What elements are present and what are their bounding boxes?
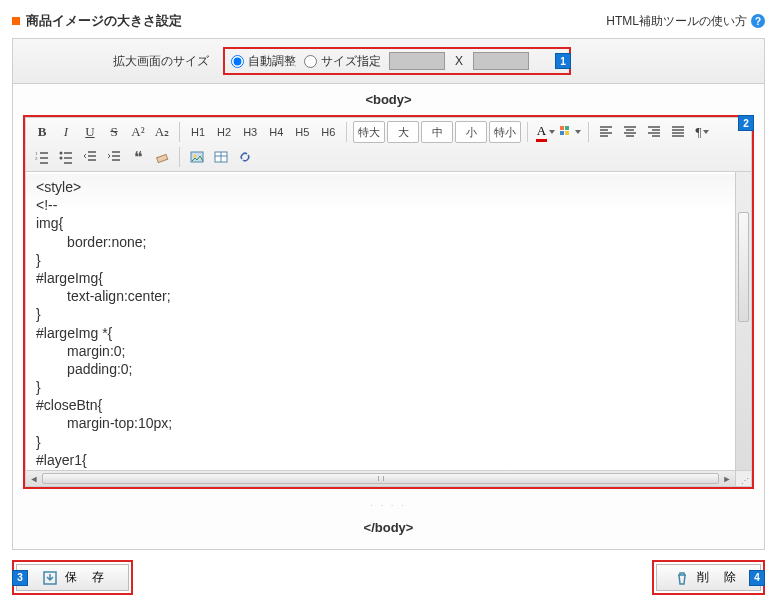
size-xl-button[interactable]: 特大 [353, 121, 385, 143]
toolbar-separator [179, 147, 180, 167]
enlarge-size-controls: 自動調整 サイズ指定 X 1 [223, 47, 571, 75]
toolbar-separator [527, 122, 528, 142]
size-s-button[interactable]: 小 [455, 121, 487, 143]
outdent-button[interactable] [79, 146, 101, 168]
footer: 3 保 存 削 除 4 [12, 550, 765, 599]
callout-3: 3 [12, 570, 28, 586]
svg-rect-0 [560, 126, 564, 130]
enlarge-size-label: 拡大画面のサイズ [23, 53, 223, 70]
editor-toolbar: B I U S A² A₂ H1 H2 H3 H4 H5 H6 特大 大 中 [25, 117, 752, 171]
delete-button-region: 削 除 4 [652, 560, 765, 595]
svg-rect-2 [560, 131, 564, 135]
delete-button-label: 削 除 [697, 569, 742, 586]
svg-rect-3 [565, 131, 569, 135]
h4-button[interactable]: H4 [264, 121, 288, 143]
help-link-label: HTML補助ツールの使い方 [606, 13, 747, 30]
callout-1: 1 [555, 53, 571, 69]
quote-button[interactable]: ❝ [127, 146, 149, 168]
ol-icon: 12 [35, 150, 49, 164]
align-left-button[interactable] [595, 121, 617, 143]
radio-fixed-input[interactable] [304, 55, 317, 68]
h6-button[interactable]: H6 [316, 121, 340, 143]
page-title: 商品イメージの大きさ設定 [26, 12, 182, 30]
resize-grip[interactable]: ⋰ [735, 471, 751, 486]
save-button-label: 保 存 [65, 569, 110, 586]
h5-button[interactable]: H5 [290, 121, 314, 143]
main-panel: 拡大画面のサイズ 自動調整 サイズ指定 X 1 <body> 2 [12, 38, 765, 550]
ul-icon [59, 150, 73, 164]
hscroll-track[interactable] [42, 473, 719, 484]
align-justify-icon [671, 125, 685, 139]
h3-button[interactable]: H3 [238, 121, 262, 143]
save-button-region: 3 保 存 [12, 560, 133, 595]
unordered-list-button[interactable] [55, 146, 77, 168]
h2-button[interactable]: H2 [212, 121, 236, 143]
size-m-button[interactable]: 中 [421, 121, 453, 143]
callout-4: 4 [749, 570, 765, 586]
underline-button[interactable]: U [79, 121, 101, 143]
page-header: 商品イメージの大きさ設定 HTML補助ツールの使い方 ? [12, 8, 765, 38]
scroll-right-arrow[interactable]: ► [719, 471, 735, 486]
save-button[interactable]: 保 存 [16, 564, 129, 591]
align-justify-button[interactable] [667, 121, 689, 143]
x-separator: X [453, 54, 465, 68]
trash-icon [675, 571, 689, 585]
vertical-scrollbar[interactable] [735, 172, 751, 470]
svg-rect-8 [157, 154, 168, 162]
h1-button[interactable]: H1 [186, 121, 210, 143]
width-input[interactable] [389, 52, 445, 70]
indent-icon [107, 150, 121, 164]
radio-fixed[interactable]: サイズ指定 [304, 53, 381, 70]
height-input[interactable] [473, 52, 529, 70]
align-left-icon [599, 125, 613, 139]
svg-point-7 [60, 157, 63, 160]
svg-text:2: 2 [35, 156, 38, 161]
indent-button[interactable] [103, 146, 125, 168]
radio-auto[interactable]: 自動調整 [231, 53, 296, 70]
subscript-button[interactable]: A₂ [151, 121, 173, 143]
bgcolor-icon [559, 125, 573, 139]
link-button[interactable] [234, 146, 256, 168]
clear-format-button[interactable] [151, 146, 173, 168]
font-color-button[interactable]: A [534, 121, 556, 143]
section-marker-icon [12, 17, 20, 25]
strike-button[interactable]: S [103, 121, 125, 143]
outdent-icon [83, 150, 97, 164]
drag-dots: · · · · [13, 499, 764, 512]
paragraph-button[interactable]: ¶ [691, 121, 713, 143]
toolbar-separator [588, 122, 589, 142]
align-center-icon [623, 125, 637, 139]
editor-region: 2 B I U S A² A₂ H1 H2 H3 H4 H5 H6 [23, 115, 754, 489]
body-close-tag: </body> [13, 512, 764, 549]
editor-textarea[interactable]: <style> <!-- img{ border:none; } #largeI… [26, 172, 735, 470]
align-right-button[interactable] [643, 121, 665, 143]
image-button[interactable] [186, 146, 208, 168]
callout-2: 2 [738, 115, 754, 131]
table-icon [214, 150, 228, 164]
save-icon [43, 571, 57, 585]
scroll-left-arrow[interactable]: ◄ [26, 471, 42, 486]
ordered-list-button[interactable]: 12 [31, 146, 53, 168]
horizontal-scrollbar[interactable]: ◄ ► [26, 471, 735, 486]
size-l-button[interactable]: 大 [387, 121, 419, 143]
eraser-icon [155, 150, 169, 164]
size-xs-button[interactable]: 特小 [489, 121, 521, 143]
scrollbar-thumb[interactable] [738, 212, 749, 322]
svg-point-6 [60, 152, 63, 155]
bold-button[interactable]: B [31, 121, 53, 143]
align-right-icon [647, 125, 661, 139]
radio-auto-input[interactable] [231, 55, 244, 68]
quote-icon: ❝ [134, 148, 143, 167]
svg-rect-1 [565, 126, 569, 130]
align-center-button[interactable] [619, 121, 641, 143]
italic-button[interactable]: I [55, 121, 77, 143]
table-button[interactable] [210, 146, 232, 168]
radio-fixed-label: サイズ指定 [321, 53, 381, 70]
link-icon [238, 150, 252, 164]
superscript-button[interactable]: A² [127, 121, 149, 143]
body-open-tag: <body> [13, 84, 764, 115]
delete-button[interactable]: 削 除 [656, 564, 761, 591]
image-icon [190, 150, 204, 164]
bg-color-button[interactable] [558, 121, 582, 143]
help-link[interactable]: HTML補助ツールの使い方 ? [606, 13, 765, 30]
